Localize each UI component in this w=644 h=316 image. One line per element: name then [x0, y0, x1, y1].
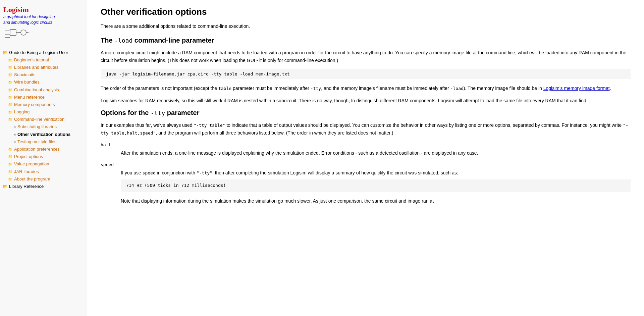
halt-term: halt: [101, 142, 631, 147]
sidebar-item-value-propagation[interactable]: Value propagation: [5, 160, 87, 168]
halt-description: After the simulation ends, a one-line me…: [121, 149, 631, 157]
speed-description: If you use speed in conjunction with "-t…: [121, 169, 631, 205]
section1-para3: Logisim searches for RAM recursively, so…: [101, 97, 631, 104]
sidebar-item-combinational[interactable]: Combinational analysis: [5, 86, 87, 94]
sidebar: Logisim a graphical tool for designingan…: [0, 0, 87, 316]
folder-icon: [8, 72, 13, 78]
section1-para2: The order of the parameters is not impor…: [101, 85, 631, 92]
bullet-icon: [13, 124, 16, 130]
folder-icon: [8, 95, 13, 100]
folder-icon: 📂: [3, 184, 8, 190]
main-content: Other verification options There are a s…: [87, 0, 644, 316]
sidebar-item-testing-multiple[interactable]: Testing multiple files: [11, 138, 87, 146]
section1-para1: A more complex circuit might include a R…: [101, 49, 631, 64]
logo-diagram: [3, 28, 30, 41]
sidebar-item-cmdline-verification[interactable]: Command-line verification: [5, 116, 87, 123]
svg-rect-2: [10, 30, 16, 36]
folder-icon: [8, 161, 13, 167]
folder-icon: 📂: [3, 50, 8, 56]
section2-heading: Options for the -tty parameter: [101, 109, 631, 117]
folder-icon: [8, 65, 13, 70]
sidebar-item-logging[interactable]: Logging: [5, 108, 87, 116]
speed-code-block: 714 Hz (509 ticks in 712 milliseconds): [121, 179, 631, 192]
sidebar-item-about[interactable]: About the program: [5, 175, 87, 183]
folder-icon: [8, 102, 13, 108]
section1-heading: The -load command-line parameter: [101, 37, 631, 44]
intro-paragraph: There are a some additional options rela…: [101, 22, 631, 30]
sidebar-item-library-reference[interactable]: 📂 Library Reference: [0, 183, 87, 190]
code-block-load: java -jar logisim-filename.jar cpu.circ …: [101, 69, 631, 79]
sidebar-item-subcircuits[interactable]: Subcircuits: [5, 71, 87, 78]
bullet-icon: [13, 139, 16, 145]
sidebar-item-beginners-tutorial[interactable]: Beginner's tutorial: [5, 56, 87, 64]
folder-icon: [8, 117, 13, 122]
sidebar-item-app-preferences[interactable]: Application preferences: [5, 146, 87, 153]
speed-term: speed: [101, 162, 631, 167]
folder-icon: [8, 147, 13, 152]
logo-area: Logisim a graphical tool for designingan…: [0, 3, 87, 46]
folder-icon: [8, 176, 13, 182]
folder-icon: [8, 154, 13, 160]
speed-note: Note that displaying information during …: [121, 197, 631, 205]
folder-icon: [8, 57, 13, 63]
section2-para1: In our examples thus far, we've always u…: [101, 121, 631, 137]
logo-title: Logisim: [3, 5, 84, 14]
memory-image-format-link[interactable]: Logisim's memory image format: [543, 86, 610, 91]
sidebar-item-other-verification[interactable]: Other verification options: [11, 131, 87, 138]
sidebar-item-libraries[interactable]: Libraries and attributes: [5, 64, 87, 71]
sidebar-item-substituting[interactable]: Substituting libraries: [11, 123, 87, 130]
sidebar-item-wire-bundles[interactable]: Wire bundles: [5, 78, 87, 86]
sidebar-item-project-options[interactable]: Project options: [5, 153, 87, 160]
page-title: Other verification options: [101, 7, 631, 17]
logo-subtitle: a graphical tool for designingand simula…: [3, 14, 84, 25]
sidebar-item-guide[interactable]: 📂 Guide to Being a Logisim User: [0, 49, 87, 56]
sidebar-item-menu-reference[interactable]: Menu reference: [5, 94, 87, 101]
folder-icon: [8, 109, 13, 115]
bullet-icon: [13, 132, 16, 138]
folder-icon: [8, 80, 13, 85]
folder-icon: [8, 169, 13, 175]
svg-point-5: [21, 30, 26, 35]
folder-icon: [8, 87, 13, 93]
sidebar-item-jar-libraries[interactable]: JAR libraries: [5, 168, 87, 175]
sidebar-item-memory-components[interactable]: Memory components: [5, 101, 87, 108]
